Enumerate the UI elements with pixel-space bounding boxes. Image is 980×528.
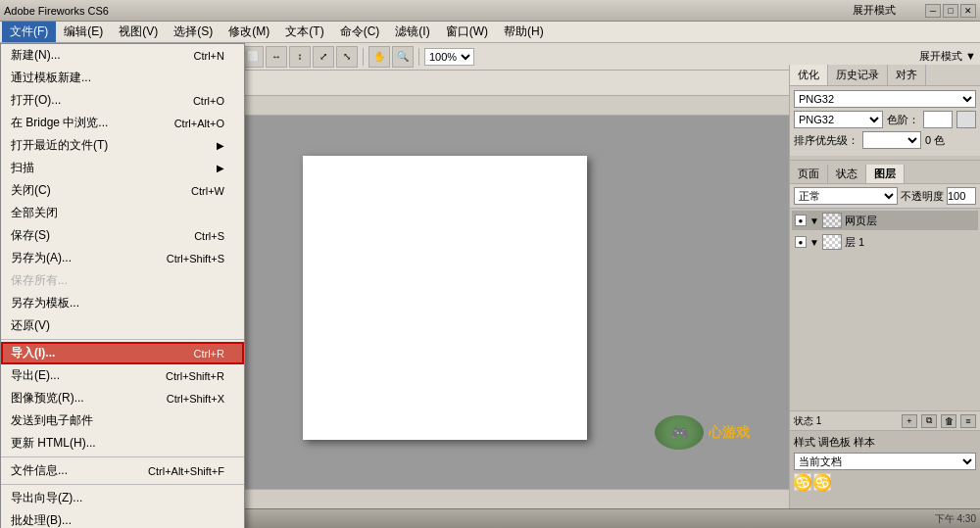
- close-button[interactable]: ✕: [960, 4, 976, 18]
- menu-sep3: [1, 484, 244, 485]
- opacity-input[interactable]: [947, 187, 976, 205]
- tab-swatches[interactable]: 调色板: [818, 435, 851, 450]
- tab-history[interactable]: 历史记录: [828, 65, 888, 85]
- menu-new-template[interactable]: 通过模板新建...: [1, 67, 244, 89]
- menu-help[interactable]: 帮助(H): [496, 22, 552, 42]
- file-dropdown-menu: 新建(N)... Ctrl+N 通过模板新建... 打开(O)... Ctrl+…: [0, 43, 245, 528]
- menu-open[interactable]: 打开(O)... Ctrl+O: [1, 89, 244, 112]
- toolbar-zoom-tool[interactable]: 🔍: [392, 46, 414, 68]
- toolbar-btn4[interactable]: ↕: [289, 46, 311, 68]
- menu-select[interactable]: 选择(S): [166, 22, 220, 42]
- menu-close-all[interactable]: 全部关闭: [1, 202, 244, 224]
- tab-optimize[interactable]: 优化: [790, 65, 828, 85]
- tab-align[interactable]: 对齐: [888, 65, 926, 85]
- taskbar-time: 下午 4:30: [935, 512, 976, 526]
- panel-divider1: [790, 160, 980, 161]
- menu-import[interactable]: 导入(I)... Ctrl+R: [1, 342, 244, 364]
- layer-eye-1[interactable]: ●: [795, 236, 807, 248]
- menu-text[interactable]: 文本(T): [277, 22, 331, 42]
- menu-update-html[interactable]: 更新 HTML(H)...: [1, 432, 244, 455]
- menu-view[interactable]: 视图(V): [111, 22, 166, 42]
- toolbar-btn5[interactable]: ⤢: [313, 46, 334, 68]
- menu-save[interactable]: 保存(S) Ctrl+S: [1, 224, 244, 247]
- state-label: 状态 1: [794, 414, 821, 428]
- color-label: 色阶：: [887, 113, 919, 127]
- layer-expand-1[interactable]: ▼: [809, 237, 819, 248]
- blend-select[interactable]: 正常: [794, 187, 898, 205]
- menu-command[interactable]: 命令(C): [332, 22, 388, 42]
- layer-1[interactable]: ● ▼ 层 1: [792, 232, 978, 252]
- window-controls: ─ □ ✕: [925, 4, 976, 18]
- blend-row: 正常 不透明度: [790, 184, 980, 209]
- menu-batch[interactable]: 批处理(B)...: [1, 509, 244, 528]
- opacity-label: 不透明度: [901, 189, 944, 204]
- toolbar-btn2[interactable]: ⬜: [242, 46, 264, 68]
- menu-new[interactable]: 新建(N)... Ctrl+N: [1, 44, 244, 67]
- tab-layers[interactable]: 图层: [866, 165, 905, 183]
- layer-web[interactable]: ● ▼ 网页层: [792, 211, 978, 230]
- state-new-btn[interactable]: +: [902, 414, 917, 428]
- state-copy-btn[interactable]: ⧉: [921, 414, 937, 428]
- color-input[interactable]: [923, 111, 953, 128]
- styles-doc-select[interactable]: 当前文档: [794, 453, 976, 470]
- toolbar-hand[interactable]: ✋: [368, 46, 390, 68]
- menu-filter[interactable]: 滤镜(I): [387, 22, 437, 42]
- color-swatch[interactable]: [956, 111, 976, 128]
- menu-file-info[interactable]: 文件信息... Ctrl+Alt+Shift+F: [1, 459, 244, 482]
- menu-edit[interactable]: 编辑(E): [56, 22, 111, 42]
- menu-window[interactable]: 窗口(W): [438, 22, 496, 42]
- sort-select[interactable]: [862, 131, 921, 149]
- zoom-select[interactable]: 100% 50% 200%: [424, 48, 474, 66]
- maximize-button[interactable]: □: [943, 4, 958, 18]
- tab-styles[interactable]: 样式: [794, 435, 815, 450]
- menu-send-email[interactable]: 发送到电子邮件: [1, 409, 244, 432]
- tab-samples[interactable]: 样本: [854, 435, 875, 450]
- menu-save-template[interactable]: 另存为模板...: [1, 292, 244, 314]
- menu-open-bridge[interactable]: 在 Bridge 中浏览... Ctrl+Alt+O: [1, 112, 244, 134]
- color-select[interactable]: PNG32: [794, 111, 883, 128]
- layer-thumb-1: [822, 234, 842, 250]
- menu-close[interactable]: 关闭(C) Ctrl+W: [1, 179, 244, 202]
- sort-row: 排序优先级： 0 色: [794, 131, 976, 149]
- menu-image-preview[interactable]: 图像预览(R)... Ctrl+Shift+X: [1, 387, 244, 409]
- menu-modify[interactable]: 修改(M): [220, 22, 277, 42]
- styles-panel: 样式 调色板 样本 当前文档 ♋ ♋: [790, 430, 980, 508]
- right-top-tabs: 优化 历史记录 对齐: [790, 65, 980, 86]
- state-delete-btn[interactable]: 🗑: [941, 414, 956, 428]
- layer-expand-web[interactable]: ▼: [809, 216, 819, 226]
- format-select[interactable]: PNG32 GIF JPEG: [794, 90, 976, 108]
- expand-label: 展开模式 ▼: [919, 49, 976, 64]
- styles-tabs: 样式 调色板 样本: [794, 435, 976, 450]
- minimize-button[interactable]: ─: [925, 4, 941, 18]
- toolbar-btn3[interactable]: ↔: [266, 46, 287, 68]
- state-menu-btn[interactable]: ≡: [960, 414, 976, 428]
- sort-value: 0 色: [925, 133, 945, 148]
- right-panel: 优化 历史记录 对齐 PNG32 GIF JPEG PNG32 色阶：: [789, 65, 980, 508]
- sort-label: 排序优先级：: [794, 133, 858, 148]
- optimize-panel: PNG32 GIF JPEG PNG32 色阶： 排序优先级： 0 色: [790, 86, 980, 156]
- color-row: PNG32 色阶：: [794, 111, 976, 128]
- menu-file[interactable]: 文件(F): [2, 22, 56, 42]
- swatch-placeholder2: ♋: [813, 473, 831, 491]
- format-row: PNG32 GIF JPEG: [794, 90, 976, 108]
- tab-states[interactable]: 状态: [828, 165, 866, 183]
- toolbar-btn6[interactable]: ⤡: [336, 46, 358, 68]
- tab-pages[interactable]: 页面: [790, 165, 828, 183]
- toolbar-zoom: 100% 50% 200%: [424, 48, 474, 66]
- toolbar-sep5: [418, 48, 419, 66]
- menu-save-copies: 保存所有...: [1, 269, 244, 292]
- layer-thumb-web: [822, 213, 842, 228]
- layer-name-web: 网页层: [845, 214, 877, 228]
- menu-export[interactable]: 导出(E)... Ctrl+Shift+R: [1, 364, 244, 387]
- menu-scan[interactable]: 扫描 ▶: [1, 157, 244, 179]
- menu-export-dir[interactable]: 导出向导(Z)...: [1, 487, 244, 509]
- menu-save-as[interactable]: 另存为(A)... Ctrl+Shift+S: [1, 247, 244, 269]
- title-bar-text: Adobe Fireworks CS6: [4, 5, 109, 17]
- menu-bar: 文件(F) 编辑(E) 视图(V) 选择(S) 修改(M) 文本(T) 命令(C…: [0, 22, 980, 43]
- menu-revert[interactable]: 还原(V): [1, 314, 244, 337]
- game-logo-area: 🎮 心游戏: [655, 415, 750, 450]
- layers-list: ● ▼ 网页层 ● ▼ 层 1: [790, 209, 980, 410]
- layer-eye-web[interactable]: ●: [795, 215, 807, 226]
- menu-open-recent[interactable]: 打开最近的文件(T) ▶: [1, 134, 244, 157]
- swatch-placeholder: ♋: [794, 473, 811, 491]
